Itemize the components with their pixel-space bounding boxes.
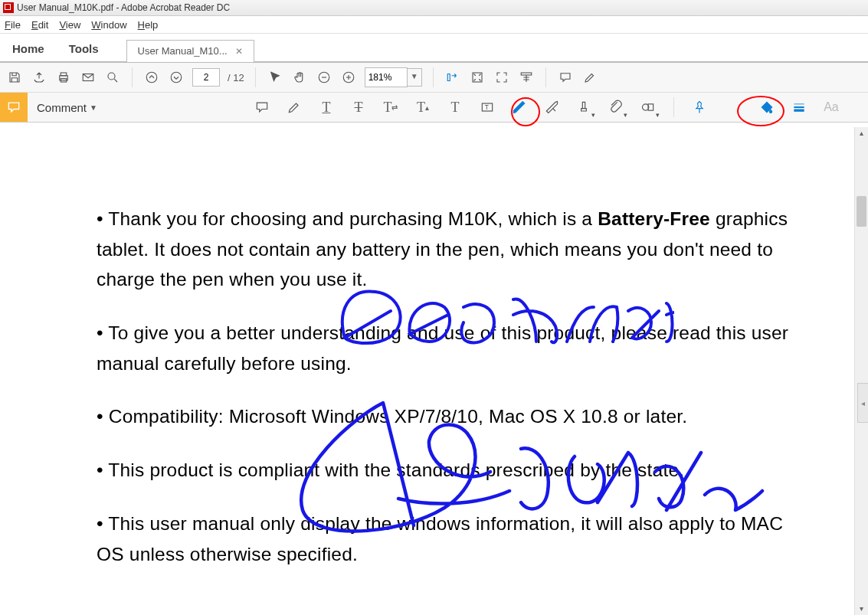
chevron-down-icon: ▼ bbox=[90, 103, 97, 112]
comment-panel-tab[interactable] bbox=[0, 93, 28, 122]
text-box-icon[interactable]: T bbox=[477, 97, 497, 117]
main-toolbar: / 12 ▼ bbox=[0, 63, 868, 93]
replace-text-icon[interactable]: T⇄ bbox=[381, 97, 401, 117]
tab-home[interactable]: Home bbox=[0, 36, 57, 61]
menu-file[interactable]: File bbox=[5, 19, 21, 31]
page-down-icon[interactable] bbox=[168, 69, 185, 86]
select-tool-icon[interactable] bbox=[267, 69, 283, 86]
sticky-note-icon[interactable] bbox=[252, 97, 272, 117]
tab-document[interactable]: User Manual_M10... ✕ bbox=[126, 40, 254, 62]
fit-width-icon[interactable] bbox=[444, 69, 461, 86]
pdf-page: • Thank you for choosing and purchasing … bbox=[0, 127, 845, 615]
stamp-icon[interactable]: ▾ bbox=[574, 97, 594, 117]
window-title: User Manual_M10K.pdf - Adobe Acrobat Rea… bbox=[17, 2, 230, 13]
svg-rect-1 bbox=[61, 73, 67, 76]
svg-point-4 bbox=[108, 73, 115, 80]
scroll-up-icon[interactable]: ▴ bbox=[855, 127, 868, 139]
zoom-select[interactable]: ▼ bbox=[365, 67, 422, 87]
svg-text:T: T bbox=[485, 103, 489, 111]
save-icon[interactable] bbox=[6, 69, 23, 86]
hand-tool-icon[interactable] bbox=[291, 69, 308, 86]
cloud-icon[interactable] bbox=[31, 69, 47, 86]
comment-toolbar: Comment ▼ T T T⇄ T▴ T T ▾ ▾ ▾ Aa bbox=[0, 93, 868, 123]
app-icon bbox=[3, 2, 14, 13]
comment-bubble-icon[interactable] bbox=[557, 69, 574, 86]
pin-icon[interactable] bbox=[689, 97, 709, 117]
text-properties-icon[interactable]: Aa bbox=[821, 97, 841, 117]
add-text-icon[interactable]: T bbox=[445, 97, 465, 117]
menu-bar: File Edit View Window Help bbox=[0, 16, 868, 34]
comment-dropdown[interactable]: Comment ▼ bbox=[28, 101, 106, 114]
menu-window[interactable]: Window bbox=[91, 19, 126, 31]
page-number-input[interactable] bbox=[192, 68, 220, 87]
drawing-tools-icon[interactable]: ▾ bbox=[638, 97, 658, 117]
panel-expand-handle[interactable]: ◂ bbox=[857, 383, 868, 423]
separator bbox=[132, 67, 133, 87]
read-mode-icon[interactable] bbox=[518, 69, 535, 86]
svg-point-5 bbox=[146, 72, 157, 83]
attach-file-icon[interactable]: ▾ bbox=[606, 97, 626, 117]
zoom-out-icon[interactable] bbox=[316, 69, 332, 86]
scroll-thumb[interactable] bbox=[857, 196, 866, 227]
print-icon[interactable] bbox=[55, 69, 72, 86]
menu-edit[interactable]: Edit bbox=[31, 19, 48, 31]
menu-help[interactable]: Help bbox=[138, 19, 159, 31]
underline-text-icon[interactable]: T bbox=[316, 97, 336, 117]
fill-color-icon[interactable] bbox=[757, 97, 777, 117]
highlight-icon[interactable] bbox=[284, 97, 304, 117]
separator bbox=[545, 67, 546, 87]
zoom-input[interactable] bbox=[365, 67, 408, 87]
comment-label: Comment bbox=[37, 101, 87, 114]
tab-bar: Home Tools User Manual_M10... ✕ bbox=[0, 34, 868, 63]
draw-freeform-icon[interactable] bbox=[509, 97, 529, 117]
svg-point-6 bbox=[171, 72, 182, 83]
tab-document-label: User Manual_M10... bbox=[138, 45, 228, 57]
page-content: • Thank you for choosing and purchasing … bbox=[97, 204, 814, 569]
fit-page-icon[interactable] bbox=[469, 69, 486, 86]
email-icon[interactable] bbox=[80, 69, 97, 86]
tab-close-icon[interactable]: ✕ bbox=[235, 46, 243, 57]
separator bbox=[255, 67, 256, 87]
separator bbox=[433, 67, 434, 87]
strikethrough-icon[interactable]: T bbox=[349, 97, 368, 117]
scroll-down-icon[interactable]: ▾ bbox=[855, 603, 868, 615]
line-thickness-icon[interactable] bbox=[789, 97, 809, 117]
menu-view[interactable]: View bbox=[59, 19, 80, 31]
fullscreen-icon[interactable] bbox=[493, 69, 510, 86]
document-viewport[interactable]: • Thank you for choosing and purchasing … bbox=[0, 127, 845, 615]
svg-rect-10 bbox=[521, 73, 532, 75]
page-total-label: / 12 bbox=[228, 72, 244, 83]
separator bbox=[673, 97, 674, 117]
zoom-in-icon[interactable] bbox=[340, 69, 357, 86]
vertical-scrollbar[interactable]: ▴ ▾ bbox=[854, 127, 868, 615]
page-up-icon[interactable] bbox=[143, 69, 160, 86]
window-titlebar: User Manual_M10K.pdf - Adobe Acrobat Rea… bbox=[0, 0, 868, 16]
highlight-pen-icon[interactable] bbox=[581, 69, 598, 86]
insert-text-icon[interactable]: T▴ bbox=[413, 97, 433, 117]
tab-tools[interactable]: Tools bbox=[57, 36, 111, 61]
zoom-dropdown-icon[interactable]: ▼ bbox=[408, 68, 422, 87]
search-icon[interactable] bbox=[104, 69, 121, 86]
erase-drawing-icon[interactable] bbox=[542, 97, 562, 117]
